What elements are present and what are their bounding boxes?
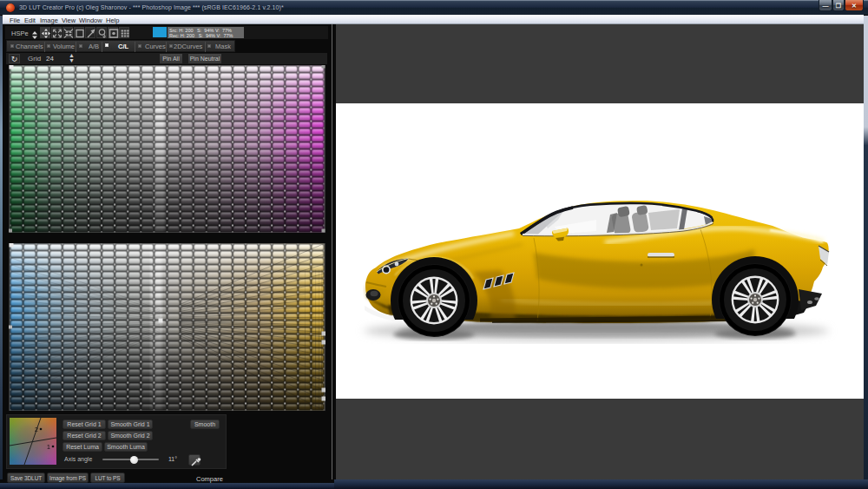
svg-text:2: 2 (35, 426, 38, 433)
svg-text:1: 1 (47, 444, 50, 450)
